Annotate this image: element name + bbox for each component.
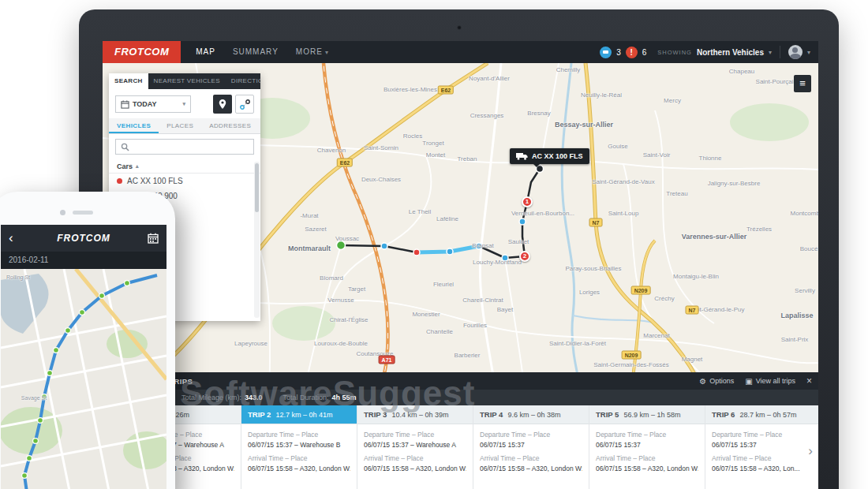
subtab-vehicles[interactable]: VEHICLES: [109, 118, 159, 133]
trip-details: Departure Time – Place06/07/15 15:37Arri…: [589, 424, 705, 477]
next-trips-chevron[interactable]: ›: [804, 443, 817, 459]
trip-header[interactable]: TRIP 628.7 km – 0h 57m: [705, 405, 818, 424]
trips-panel-header: AC XX 100 FLS TRIPS ⚙ Options ▣ View all…: [103, 372, 818, 390]
trip-departure-label: Departure Time – Place: [248, 431, 350, 439]
trip-arrival-label: Arrival Time – Place: [248, 454, 350, 462]
trips-totals-bar: Total Mileage (km):343.0 Total Duration:…: [103, 390, 818, 405]
trip-details: Departure Time – Place06/07/15 15:37 – W…: [241, 424, 357, 477]
close-icon[interactable]: ×: [806, 375, 812, 386]
phone-map-tiles: [1, 269, 166, 489]
divider: [780, 46, 780, 58]
back-chevron-icon[interactable]: ‹: [9, 230, 13, 246]
nav-item-summary[interactable]: SUMMARY: [224, 41, 287, 63]
trip-summary: 28.7 km – 0h 57m: [739, 411, 796, 419]
fleet-selector[interactable]: Northern Vehicles: [697, 48, 764, 57]
sidebar-tab-directions[interactable]: DIRECTIONS: [226, 73, 260, 89]
user-avatar[interactable]: [788, 45, 803, 59]
date-filter-dropdown[interactable]: TODAY ▾: [115, 95, 191, 113]
trip-arrival-label: Arrival Time – Place: [712, 454, 814, 462]
top-navbar: FROTCOM MAPSUMMARYMORE ▾ 3 ! 6 SHOWING N…: [103, 41, 818, 63]
sidebar-tab-search[interactable]: SEARCH: [109, 73, 148, 89]
trip-header[interactable]: TRIP 212.7 km – 0h 41m: [241, 405, 357, 424]
total-mileage: Total Mileage (km):343.0: [181, 394, 263, 401]
chevron-down-icon: ▾: [323, 49, 329, 56]
trip-arrival-label: Arrival Time – Place: [480, 454, 582, 462]
gear-icon: ⚙: [699, 377, 706, 386]
trip-column-trip-2[interactable]: TRIP 212.7 km – 0h 41mDeparture Time – P…: [241, 405, 357, 489]
options-label: Options: [709, 377, 734, 385]
trip-arrival-value: 06/07/15 15:58 – A320, London W10...: [480, 465, 582, 472]
locate-button[interactable]: [213, 95, 232, 114]
phone-frame: ‹ FROTCOM 2016-02-11: [0, 192, 175, 489]
calendar-icon[interactable]: [148, 233, 159, 244]
date-filter-value: TODAY: [133, 100, 157, 108]
route-stop-marker[interactable]: 1: [522, 196, 533, 207]
laptop-frame: FROTCOM MAPSUMMARYMORE ▾ 3 ! 6 SHOWING N…: [79, 9, 839, 489]
trip-column-trip-5[interactable]: TRIP 556.9 km – 1h 58mDeparture Time – P…: [589, 405, 705, 489]
phone-header: ‹ FROTCOM: [1, 225, 166, 252]
scrollbar-thumb[interactable]: [255, 163, 259, 212]
trip-column-trip-4[interactable]: TRIP 49.6 km – 0h 38mDeparture Time – Pl…: [473, 405, 589, 489]
truck-icon: [516, 152, 528, 160]
map-layers-button[interactable]: ≡: [794, 75, 811, 92]
subtab-addresses[interactable]: ADDRESSES: [201, 118, 259, 133]
route-button[interactable]: [235, 95, 254, 114]
view-all-trips-button[interactable]: ▣ View all trips: [745, 377, 795, 386]
trip-name: TRIP 3: [364, 410, 387, 419]
trip-name: TRIP 5: [596, 410, 619, 419]
trip-header[interactable]: TRIP 310.4 km – 0h 39m: [357, 405, 473, 424]
trip-arrival-value: 06/07/15 15:58 – A320, Lon...: [712, 465, 814, 472]
subtab-places[interactable]: PLACES: [159, 118, 201, 133]
vehicle-status-dot: [117, 178, 122, 184]
trip-departure-value: 06/07/15 15:37 – Warehouse A: [364, 441, 466, 449]
alerts-count: 6: [642, 48, 647, 57]
sidebar-scrollbar[interactable]: [254, 162, 260, 318]
trip-departure-value: 06/07/15 15:37: [480, 441, 582, 449]
navbar-right: 3 ! 6 SHOWING Northern Vehicles ▾ ▾: [600, 45, 818, 59]
frotcom-logo[interactable]: FROTCOM: [103, 41, 181, 63]
trip-departure-value: 06/07/15 15:37: [596, 441, 698, 449]
trip-name: TRIP 4: [480, 410, 503, 419]
vehicle-name: AC XX 100 FLS: [127, 177, 183, 185]
nav-item-map[interactable]: MAP: [187, 41, 224, 63]
vehicle-tooltip[interactable]: AC XX 100 FLS: [510, 148, 589, 164]
trip-column-trip-6[interactable]: TRIP 628.7 km – 0h 57mDeparture Time – P…: [705, 405, 818, 489]
messages-icon[interactable]: [600, 47, 612, 58]
view-all-icon: ▣: [745, 377, 752, 386]
alerts-icon[interactable]: !: [626, 47, 638, 58]
trip-arrival-value: 06/07/15 15:58 – A320, London W10...: [596, 465, 698, 472]
app-screen: FROTCOM MAPSUMMARYMORE ▾ 3 ! 6 SHOWING N…: [103, 41, 818, 489]
phone-map[interactable]: Rolling StSavage St: [1, 269, 166, 489]
trip-departure-label: Departure Time – Place: [480, 431, 582, 439]
sidebar-tab-nearest-vehicles[interactable]: NEAREST VEHICLES: [148, 73, 226, 89]
search-icon: [121, 143, 129, 151]
nav-item-more[interactable]: MORE ▾: [287, 41, 338, 63]
vehicle-item[interactable]: AC XX 100 FLS: [109, 174, 260, 189]
trip-arrival-value: 06/07/15 15:58 – A320, London W10...: [248, 465, 350, 472]
chevron-down-icon: ▾: [807, 49, 810, 56]
sidebar-subtabs: VEHICLESPLACESADDRESSES: [109, 118, 260, 134]
chevron-up-icon: ▴: [136, 163, 139, 170]
trip-summary: 9.6 km – 0h 38m: [507, 411, 560, 419]
vehicle-group-header[interactable]: Cars ▴: [109, 159, 260, 174]
trip-details: Departure Time – Place06/07/15 15:37 – W…: [357, 424, 473, 477]
phone-screen: ‹ FROTCOM 2016-02-11: [1, 225, 166, 489]
trip-header[interactable]: TRIP 556.9 km – 1h 58m: [589, 405, 705, 424]
trip-summary: 56.9 km – 1h 58m: [623, 411, 680, 419]
route-icon: [240, 99, 250, 110]
phone-logo: FROTCOM: [1, 233, 166, 244]
phone-camera-dot: [60, 210, 65, 215]
view-all-label: View all trips: [756, 377, 795, 385]
sidebar-controls: TODAY ▾: [109, 89, 260, 118]
trip-column-trip-3[interactable]: TRIP 310.4 km – 0h 39mDeparture Time – P…: [357, 405, 473, 489]
trip-header[interactable]: TRIP 49.6 km – 0h 38m: [473, 405, 589, 424]
search-input[interactable]: [133, 140, 249, 153]
trips-panel-actions: ⚙ Options ▣ View all trips ×: [699, 375, 812, 386]
trip-columns: TRIP 1– 0h 26mDeparture Time – Place06/0…: [125, 405, 818, 489]
trip-name: TRIP 2: [248, 410, 271, 419]
options-button[interactable]: ⚙ Options: [699, 377, 734, 386]
trip-summary: 12.7 km – 0h 41m: [275, 411, 332, 419]
total-duration-label: Total Duration:: [283, 394, 329, 401]
route-stop-marker[interactable]: 2: [519, 251, 530, 262]
nav-item-label: MORE: [296, 47, 323, 56]
